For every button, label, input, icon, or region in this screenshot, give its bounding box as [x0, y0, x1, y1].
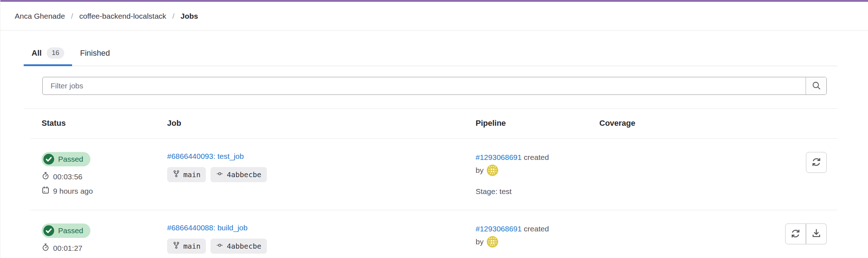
header-actions	[714, 119, 838, 128]
commit-sha: 4abbecbe	[227, 242, 261, 250]
check-circle-icon	[43, 225, 54, 236]
tab-finished[interactable]: Finished	[72, 40, 118, 66]
job-link[interactable]: #6866440093: test_job	[167, 152, 244, 160]
avatar[interactable]	[487, 236, 498, 248]
jobs-tab-bar: All 16 Finished	[24, 40, 838, 66]
filter-jobs-box	[42, 77, 827, 95]
pipeline-line: #1293068691 created	[476, 152, 589, 163]
commit-pill[interactable]: 4abbecbe	[211, 239, 266, 254]
filter-section	[24, 66, 838, 109]
job-actions-group	[785, 224, 827, 244]
download-artifacts-button[interactable]	[806, 224, 827, 244]
duration-text: 00:01:27	[53, 244, 82, 253]
table-row: Passed 00:01:27 10 hours	[31, 210, 838, 258]
actions-cell	[714, 224, 838, 244]
stopwatch-icon	[42, 172, 49, 182]
branch-pill[interactable]: main	[167, 239, 206, 254]
tab-all-count-badge: 16	[47, 47, 64, 59]
status-cell: Passed 00:01:27 10 hours	[31, 224, 156, 258]
tab-all-label: All	[32, 49, 42, 58]
header-status: Status	[31, 119, 156, 128]
pipeline-by-line: by	[476, 165, 589, 176]
jobs-table-header: Status Job Pipeline Coverage	[31, 109, 838, 139]
stopwatch-icon	[42, 243, 49, 253]
avatar[interactable]	[487, 165, 498, 176]
pipeline-line: #1293068691 created	[476, 224, 589, 234]
duration-text: 00:03:56	[53, 172, 82, 181]
retry-icon	[811, 157, 821, 168]
job-cell: #6866440093: test_job main	[156, 152, 465, 182]
pipeline-link[interactable]: #1293068691	[476, 225, 522, 233]
stage-label: Stage: test	[476, 186, 589, 197]
jobs-table: Status Job Pipeline Coverage Passed	[31, 109, 838, 258]
commit-icon	[216, 241, 223, 251]
job-duration: 00:01:27	[42, 243, 156, 253]
commit-sha: 4abbecbe	[227, 170, 261, 179]
header-pipeline: Pipeline	[465, 119, 589, 128]
age-text: 9 hours ago	[53, 186, 93, 196]
breadcrumb-item-project[interactable]: coffee-backend-localstack	[79, 12, 166, 20]
pipeline-cell: #1293068691 created by	[465, 224, 589, 258]
pipeline-cell: #1293068691 created by	[465, 152, 589, 197]
header-coverage: Coverage	[589, 119, 714, 128]
search-button[interactable]	[806, 77, 826, 95]
by-label: by	[476, 236, 483, 247]
filter-jobs-input[interactable]	[43, 77, 806, 95]
actions-cell	[714, 152, 838, 173]
status-label: Passed	[58, 154, 83, 165]
pipeline-link[interactable]: #1293068691	[476, 153, 522, 161]
pipeline-suffix: created	[524, 225, 549, 233]
pipeline-suffix: created	[524, 153, 549, 161]
retry-icon	[791, 229, 801, 240]
retry-job-button[interactable]	[785, 224, 806, 244]
calendar-icon	[42, 186, 49, 196]
status-cell: Passed 00:03:56 9 hours	[31, 152, 156, 196]
branch-icon	[173, 170, 180, 179]
branch-name: main	[183, 170, 201, 179]
table-row: Passed 00:03:56 9 hours	[31, 139, 838, 210]
job-cell: #6866440088: build_job main	[156, 224, 465, 254]
commit-pill[interactable]: 4abbecbe	[211, 167, 266, 182]
ref-pills: main 4abbecbe	[167, 167, 465, 182]
tab-finished-label: Finished	[80, 49, 110, 58]
status-label: Passed	[58, 225, 83, 236]
commit-icon	[216, 170, 223, 179]
branch-name: main	[183, 242, 201, 250]
breadcrumb: Anca Ghenade / coffee-backend-localstack…	[0, 2, 868, 31]
search-icon	[812, 81, 821, 91]
job-age: 9 hours ago	[42, 186, 156, 196]
tab-all[interactable]: All 16	[24, 40, 72, 66]
status-badge-passed[interactable]: Passed	[42, 224, 90, 238]
breadcrumb-item-user[interactable]: Anca Ghenade	[15, 12, 65, 20]
breadcrumb-item-jobs[interactable]: Jobs	[180, 12, 198, 20]
by-label: by	[476, 165, 483, 176]
job-duration: 00:03:56	[42, 172, 156, 182]
branch-pill[interactable]: main	[167, 167, 206, 182]
pipeline-by-line: by	[476, 236, 589, 248]
status-badge-passed[interactable]: Passed	[42, 152, 90, 166]
download-icon	[811, 229, 821, 240]
check-circle-icon	[43, 154, 54, 165]
job-link[interactable]: #6866440088: build_job	[167, 224, 247, 232]
breadcrumb-separator: /	[172, 12, 174, 20]
breadcrumb-separator: /	[71, 12, 73, 20]
header-job: Job	[156, 119, 465, 128]
retry-job-button[interactable]	[806, 152, 827, 173]
branch-icon	[173, 241, 180, 251]
ref-pills: main 4abbecbe	[167, 239, 465, 254]
